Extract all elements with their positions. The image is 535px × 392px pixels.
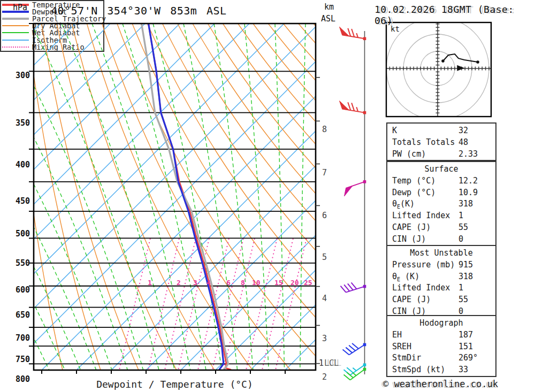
- wind-barb-feather: [351, 29, 354, 37]
- table-row: CIN (J)0: [387, 234, 495, 245]
- mixing-ratio-label: 8: [241, 279, 245, 287]
- table-section: SurfaceTemp (°C)12.2Dewp (°C)10.9θE(K)31…: [386, 161, 496, 247]
- mixing-ratio-label: 10: [252, 279, 261, 287]
- pressure-axis-unit: hPa: [13, 3, 27, 12]
- wet-adiabat-line: [184, 24, 238, 370]
- table-row-label: SREH: [392, 341, 411, 353]
- table-row-value: 32: [458, 125, 468, 137]
- wind-barb-feather: [348, 283, 353, 290]
- table-row: EH187: [387, 329, 495, 341]
- wet-adiabat-line: [123, 24, 206, 370]
- table-row-label: StmSpd (kt): [392, 364, 445, 376]
- km-tick-label: 5: [322, 252, 327, 262]
- dry-adiabat-line: [27, 24, 101, 370]
- wind-barb: [345, 180, 366, 196]
- km-tick-label: 8: [322, 125, 327, 134]
- table-row-label: Lifted Index: [392, 282, 450, 294]
- table-row-value: 55: [458, 294, 468, 306]
- mixing-ratio-label: 3: [193, 279, 197, 287]
- wind-barb-feather: [341, 286, 346, 293]
- km-tick-label: 2: [322, 372, 327, 382]
- table-row-label: CAPE (J): [392, 222, 431, 234]
- copyright: © weatheronline.co.uk: [383, 379, 498, 389]
- wind-barb-flag: [340, 101, 349, 110]
- wind-barb: [341, 282, 366, 292]
- wind-barb-half-feather: [353, 368, 356, 371]
- table-row-label: Totals Totals: [392, 137, 455, 149]
- table-row: θE(K)318: [387, 198, 495, 210]
- table-section: Most UnstablePressure (mb)915θE (K)318Li…: [386, 245, 496, 319]
- temperature-axis-label: Dewpoint / Temperature (°C): [34, 379, 316, 390]
- km-axis-unit: km: [324, 2, 334, 12]
- table-row-value: 915: [458, 259, 473, 271]
- hodograph-rings: [386, 17, 491, 120]
- table-row-value: 2.33: [458, 149, 478, 160]
- dewpoint-curve: [149, 24, 224, 370]
- table-row: Pressure (mb)915: [387, 259, 495, 271]
- table-row-value: 187: [458, 329, 473, 341]
- table-row-label: K: [392, 125, 397, 137]
- wind-barb-shaft: [349, 344, 365, 355]
- mixing-ratio-label: 15: [274, 279, 283, 287]
- pressure-tick-label: 800: [7, 374, 30, 384]
- isotherm-line: [0, 24, 215, 370]
- mixing-ratio-line: [276, 239, 306, 369]
- hodograph-trace-dot: [441, 59, 445, 63]
- mixing-ratio-label: 6: [226, 279, 231, 287]
- table-row: Totals Totals48: [387, 137, 495, 149]
- table-row-value: 33: [458, 364, 468, 376]
- table-row-value: 48: [458, 137, 468, 149]
- wind-barb-feather: [352, 343, 358, 349]
- pressure-tick-label: 550: [7, 258, 30, 268]
- wind-barb-feather: [349, 345, 355, 351]
- table-row-value: 318: [458, 271, 473, 283]
- wind-barb-feather: [351, 103, 354, 111]
- table-row-label: Lifted Index: [392, 210, 450, 222]
- table-row-label: CAPE (J): [392, 294, 431, 306]
- asl-axis-unit: ASL: [321, 14, 335, 24]
- table-row: CAPE (J)55: [387, 294, 495, 306]
- isotherm-line: [0, 24, 249, 370]
- km-tick-label: 3: [322, 334, 327, 343]
- pressure-tick-label: 350: [7, 118, 30, 128]
- hodograph-trace-dot: [476, 60, 479, 64]
- datetime-label: 10.02.2026 18GMT (Base: 06): [374, 4, 535, 26]
- table-row-value: 1: [458, 210, 463, 222]
- skewt-sounding-page: hPa 40°57'N 354°30'W 853m ASL km ASL 10.…: [0, 0, 535, 392]
- table-section-header: Most Unstable: [387, 248, 495, 259]
- mixing-ratio-label: 4: [207, 279, 211, 287]
- table-row: θE (K)318: [387, 271, 495, 283]
- table-row: SREH151: [387, 341, 495, 353]
- table-row-label: StmDir: [392, 352, 421, 364]
- hodograph-trace: [443, 54, 478, 62]
- storm-motion-arrow: [457, 65, 464, 71]
- lcl-marker: 1LCL: [319, 358, 339, 368]
- table-row: Lifted Index1: [387, 282, 495, 294]
- wind-barb-feather: [343, 349, 349, 355]
- pressure-tick-label: 750: [7, 355, 30, 364]
- dry-adiabat-line: [57, 24, 177, 370]
- mixing-ratio-label: 2: [177, 279, 181, 287]
- table-row-value: 55: [458, 222, 468, 234]
- dry-adiabat-line: [87, 24, 253, 370]
- pressure-tick-label: 400: [7, 160, 30, 170]
- table-row: CAPE (J)55: [387, 222, 495, 234]
- mixing-ratio-line: [165, 239, 195, 369]
- mixing-ratio-line: [119, 239, 150, 369]
- wind-barb-shaft: [350, 365, 365, 375]
- table-section: HodographEH187SREH151StmDir269°StmSpd (k…: [386, 315, 496, 377]
- table-row-label: EH: [392, 329, 402, 341]
- pressure-tick-label: 500: [7, 229, 30, 239]
- table-row-label: CIN (J): [392, 234, 426, 245]
- table-row-label: Temp (°C): [392, 175, 435, 187]
- wind-barb-flag: [345, 186, 353, 196]
- table-row: StmSpd (kt)33: [387, 364, 495, 376]
- table-section: K32Totals Totals48PW (cm)2.33: [386, 122, 496, 161]
- wind-barb-flag: [340, 27, 349, 36]
- lcl-text: LCL: [324, 358, 339, 368]
- wet-adiabat-line: [31, 24, 159, 370]
- pressure-tick-label: 450: [7, 196, 30, 206]
- wet-adiabat-line: [244, 24, 269, 370]
- mixing-ratio-line: [224, 239, 254, 369]
- wet-adiabat-line: [92, 24, 190, 370]
